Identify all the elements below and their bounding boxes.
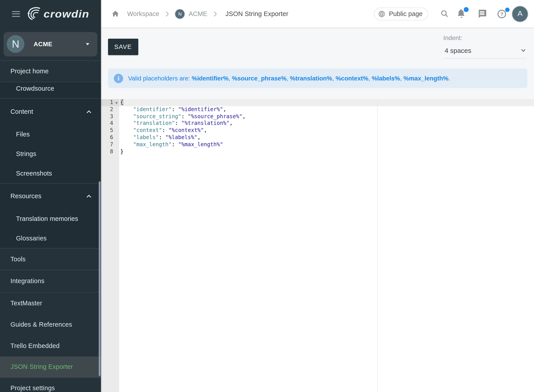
globe-icon (378, 10, 385, 18)
sidebar-item-label: Tools (0, 256, 26, 263)
help-notification-dot (505, 7, 510, 12)
save-button[interactable]: SAVE (108, 39, 138, 55)
org-caret-icon (86, 43, 89, 45)
search-icon[interactable] (440, 9, 449, 18)
org-avatar: N (7, 35, 24, 53)
editor-gutter: 12345678 (101, 99, 119, 392)
breadcrumb-separator-icon (213, 11, 217, 17)
org-name: ACME (33, 40, 52, 47)
sidebar-item-files[interactable]: Files (0, 124, 101, 144)
notifications-bell-icon[interactable] (456, 9, 466, 19)
sidebar-item-label: Translation memories (0, 215, 78, 222)
chevron-up-icon (86, 110, 91, 113)
sidebar-item-label: Screenshots (0, 170, 52, 177)
header-actions: Public page ? A (374, 0, 528, 28)
sidebar-item-strings[interactable]: Strings (0, 144, 101, 163)
gutter-line-number-2[interactable]: 2 (101, 106, 119, 113)
sidebar-header: crowdin (0, 0, 101, 28)
sidebar-item-textmaster[interactable]: TextMaster (0, 292, 101, 314)
messages-icon[interactable] (477, 9, 487, 19)
code-line-8: } (119, 148, 534, 155)
sidebar-item-label: Strings (0, 150, 36, 157)
code-line-4: "translation": "%translation%", (119, 120, 534, 127)
sidebar-item-label: Integrations (0, 278, 44, 285)
sidebar-item-glossaries[interactable]: Glossaries (0, 229, 101, 248)
sidebar-item-guides-references[interactable]: Guides & References (0, 314, 101, 335)
gutter-line-number-1[interactable]: 1 (101, 99, 119, 106)
breadcrumb: Workspace N ACME JSON String Exporter (111, 0, 288, 28)
notification-dot (464, 7, 468, 12)
top-header: Workspace N ACME JSON String Exporter Pu… (101, 0, 534, 28)
crowdin-logo-icon (27, 7, 42, 21)
crowdin-logo-text: crowdin (44, 8, 89, 19)
sidebar-group-header-content[interactable]: Content (0, 99, 101, 124)
gutter-line-number-8[interactable]: 8 (101, 148, 119, 155)
sidebar-group-header-resources[interactable]: Resources (0, 184, 101, 209)
org-selector[interactable]: N ACME (4, 32, 97, 56)
gutter-line-number-6[interactable]: 6 (101, 134, 119, 141)
sidebar-item-project-settings[interactable]: Project settings (0, 378, 101, 392)
fold-arrow-icon[interactable] (115, 102, 118, 104)
home-icon[interactable] (111, 10, 120, 18)
breadcrumb-org-badge[interactable]: N (175, 9, 185, 19)
gutter-line-number-4[interactable]: 4 (101, 120, 119, 127)
chevron-down-icon (521, 49, 525, 52)
breadcrumb-page: JSON String Exporter (225, 10, 288, 17)
crowdin-logo[interactable]: crowdin (27, 6, 89, 21)
indent-label: Indent: (443, 34, 462, 41)
breadcrumb-workspace[interactable]: Workspace (127, 10, 159, 17)
chevron-up-icon (86, 195, 91, 198)
code-line-1: { (119, 99, 534, 106)
breadcrumb-separator-icon (166, 11, 169, 17)
code-line-7: "max_length": "%max_length%" (119, 141, 534, 149)
hamburger-menu-icon[interactable] (12, 11, 20, 17)
sidebar-item-integrations[interactable]: Integrations (0, 270, 101, 292)
sidebar-item-tools[interactable]: Tools (0, 248, 101, 270)
sidebar-item-screenshots[interactable]: Screenshots (0, 163, 101, 183)
public-page-label: Public page (389, 10, 423, 17)
gutter-line-number-3[interactable]: 3 (101, 113, 119, 120)
code-editor[interactable]: { "identifier": "%identifier%", "source_… (101, 99, 534, 392)
code-line-6: "labels": "%labels%", (119, 134, 534, 141)
public-page-button[interactable]: Public page (374, 7, 428, 20)
gutter-line-number-5[interactable]: 5 (101, 127, 119, 134)
gutter-line-number-7[interactable]: 7 (101, 141, 119, 149)
info-banner: i Valid placeholders are: %identifier%, … (108, 68, 527, 88)
editor-code: { "identifier": "%identifier%", "source_… (119, 99, 534, 392)
sidebar-item-crowdsource[interactable]: Crowdsource (0, 82, 101, 98)
sidebar-item-label: Project settings (0, 385, 55, 392)
sidebar-item-label: JSON String Exporter (0, 363, 73, 370)
sidebar-item-label: Glossaries (0, 235, 47, 242)
sidebar-item-translation-memories[interactable]: Translation memories (0, 209, 101, 229)
breadcrumb-org[interactable]: ACME (189, 10, 207, 17)
code-line-2: "identifier": "%identifier%", (119, 106, 534, 113)
svg-text:?: ? (500, 11, 503, 17)
sidebar-item-label: Files (0, 131, 30, 138)
sidebar-item-label: TextMaster (0, 299, 42, 307)
code-line-5: "context": "%context%", (119, 127, 534, 134)
sidebar-item-trello-embedded[interactable]: Trello Embedded (0, 335, 101, 356)
sidebar-group-content: ContentFilesStringsScreenshots (0, 99, 101, 184)
code-line-3: "source_string": "%source_phrase%", (119, 113, 534, 120)
sidebar-item-label: Crowdsource (0, 85, 54, 92)
indent-value: 4 spaces (445, 47, 471, 54)
sidebar-group-resources: ResourcesTranslation memoriesGlossaries (0, 184, 101, 248)
sidebar-item-json-string-exporter[interactable]: JSON String Exporter (0, 356, 101, 378)
sidebar: crowdin N ACME Project homeCrowdsourceCo… (0, 0, 101, 392)
indent-select[interactable]: 4 spaces (443, 44, 526, 59)
sidebar-item-project-home[interactable]: Project home (0, 61, 101, 82)
info-icon: i (114, 74, 123, 83)
app: crowdin N ACME Project homeCrowdsourceCo… (0, 0, 534, 392)
sidebar-item-label: Trello Embedded (0, 342, 60, 349)
sidebar-nav: Project homeCrowdsourceContentFilesStrin… (0, 61, 101, 392)
sidebar-item-label: Project home (0, 68, 49, 75)
sidebar-item-label: Guides & References (0, 321, 72, 328)
user-avatar[interactable]: A (512, 6, 528, 22)
sidebar-scrollbar[interactable] (99, 181, 100, 376)
info-banner-text: Valid placeholders are: %identifier%, %s… (128, 75, 450, 82)
help-icon[interactable]: ? (497, 9, 506, 19)
